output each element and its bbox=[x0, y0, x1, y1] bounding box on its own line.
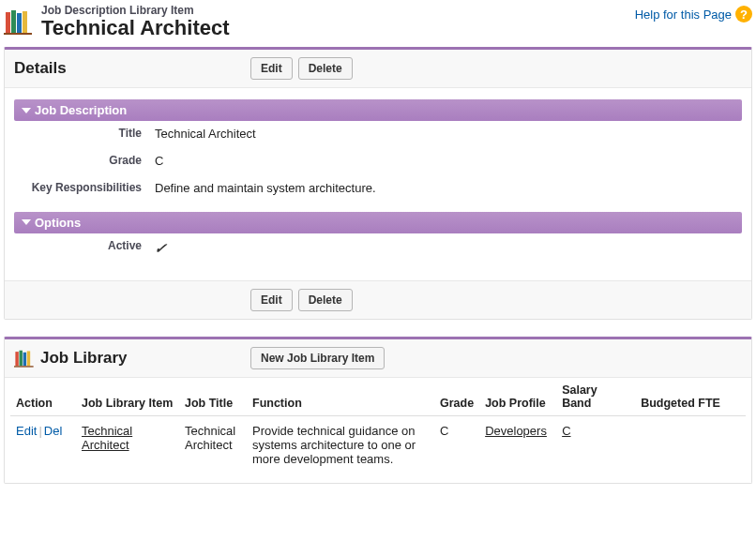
row-del-link[interactable]: Del bbox=[44, 424, 63, 438]
col-salary-band: Salary Band bbox=[556, 378, 635, 416]
salary-band-link[interactable]: C bbox=[562, 424, 570, 438]
field-row-key-responsibilities: Key Responsibilities Define and maintain… bbox=[14, 175, 742, 203]
details-footer-buttons: Edit Delete bbox=[250, 289, 353, 311]
col-budgeted-fte: Budgeted FTE bbox=[635, 378, 746, 416]
cell-job-profile: Developers bbox=[479, 415, 556, 473]
svg-rect-0 bbox=[6, 12, 10, 33]
col-item: Job Library Item bbox=[76, 378, 179, 416]
cell-item: Technical Architect bbox=[76, 415, 179, 473]
edit-button[interactable]: Edit bbox=[250, 57, 293, 80]
job-description-section-bar[interactable]: Job Description bbox=[14, 99, 742, 121]
checkmark-icon: ✓ bbox=[153, 239, 168, 258]
svg-rect-5 bbox=[15, 352, 18, 366]
delete-button[interactable]: Delete bbox=[298, 289, 353, 311]
svg-rect-1 bbox=[11, 10, 16, 33]
key-responsibilities-label: Key Responsibilities bbox=[14, 181, 155, 197]
title-label: Title bbox=[14, 127, 155, 143]
job-library-item-link[interactable]: Technical Architect bbox=[82, 424, 132, 452]
active-value: ✓ bbox=[155, 239, 742, 258]
cell-function: Provide technical guidance on systems ar… bbox=[247, 415, 434, 473]
job-description-section-title: Job Description bbox=[35, 103, 127, 117]
cell-budgeted-fte bbox=[635, 415, 746, 473]
job-profile-link[interactable]: Developers bbox=[485, 424, 547, 438]
edit-button[interactable]: Edit bbox=[250, 289, 293, 311]
collapse-triangle-icon bbox=[22, 108, 31, 113]
help-icon: ? bbox=[735, 6, 752, 23]
col-grade: Grade bbox=[434, 378, 479, 416]
details-panel: Details Edit Delete Job Description Titl… bbox=[4, 47, 752, 320]
details-body: Job Description Title Technical Architec… bbox=[5, 88, 751, 280]
page-header: Job Description Library Item Technical A… bbox=[4, 0, 752, 47]
new-job-library-item-button[interactable]: New Job Library Item bbox=[250, 347, 385, 369]
job-library-header: Job Library New Job Library Item bbox=[5, 339, 751, 378]
row-edit-link[interactable]: Edit bbox=[16, 424, 37, 438]
field-row-active: Active ✓ bbox=[14, 233, 742, 263]
details-footer: Edit Delete bbox=[5, 280, 751, 319]
svg-rect-4 bbox=[4, 33, 32, 35]
details-panel-header: Details Edit Delete bbox=[5, 50, 751, 88]
svg-rect-2 bbox=[17, 13, 22, 33]
page-header-left: Job Description Library Item Technical A… bbox=[4, 4, 230, 39]
key-responsibilities-value: Define and maintain system architecture. bbox=[155, 181, 742, 197]
options-section-title: Options bbox=[35, 216, 81, 230]
grade-label: Grade bbox=[14, 154, 155, 170]
books-icon bbox=[4, 7, 34, 37]
col-action: Action bbox=[10, 378, 76, 416]
job-library-header-buttons: New Job Library Item bbox=[250, 347, 385, 369]
field-row-title: Title Technical Architect bbox=[14, 121, 742, 148]
field-row-grade: Grade C bbox=[14, 148, 742, 175]
job-library-panel: Job Library New Job Library Item Action … bbox=[4, 337, 752, 484]
job-library-heading-text: Job Library bbox=[40, 349, 128, 368]
options-section-bar[interactable]: Options bbox=[14, 212, 742, 233]
page-title: Technical Architect bbox=[41, 17, 230, 39]
cell-action: Edit|Del bbox=[10, 415, 76, 473]
col-job-title: Job Title bbox=[179, 378, 247, 416]
svg-rect-9 bbox=[14, 366, 34, 367]
table-row: Edit|Del Technical Architect Technical A… bbox=[10, 415, 746, 473]
title-value: Technical Architect bbox=[155, 127, 742, 143]
svg-rect-7 bbox=[23, 353, 26, 366]
books-icon bbox=[14, 348, 35, 368]
grade-value: C bbox=[155, 154, 742, 170]
details-heading: Details bbox=[14, 59, 250, 78]
help-link-text: Help for this Page bbox=[635, 8, 732, 22]
job-library-heading: Job Library bbox=[14, 348, 250, 368]
cell-grade: C bbox=[434, 415, 479, 473]
col-function: Function bbox=[247, 378, 434, 416]
svg-rect-8 bbox=[27, 351, 30, 366]
cell-salary-band: C bbox=[556, 415, 635, 473]
help-for-this-page-link[interactable]: Help for this Page ? bbox=[635, 6, 752, 23]
cell-job-title: Technical Architect bbox=[179, 415, 247, 473]
job-library-body: Action Job Library Item Job Title Functi… bbox=[5, 378, 751, 483]
delete-button[interactable]: Delete bbox=[298, 57, 353, 80]
job-library-table: Action Job Library Item Job Title Functi… bbox=[10, 378, 746, 473]
page-subtitle: Job Description Library Item bbox=[41, 4, 230, 17]
collapse-triangle-icon bbox=[22, 219, 31, 225]
table-header-row: Action Job Library Item Job Title Functi… bbox=[10, 378, 746, 416]
col-job-profile: Job Profile bbox=[479, 378, 556, 416]
svg-rect-3 bbox=[23, 11, 27, 33]
details-header-buttons: Edit Delete bbox=[250, 57, 353, 80]
active-label: Active bbox=[14, 239, 155, 258]
svg-rect-6 bbox=[20, 351, 23, 367]
